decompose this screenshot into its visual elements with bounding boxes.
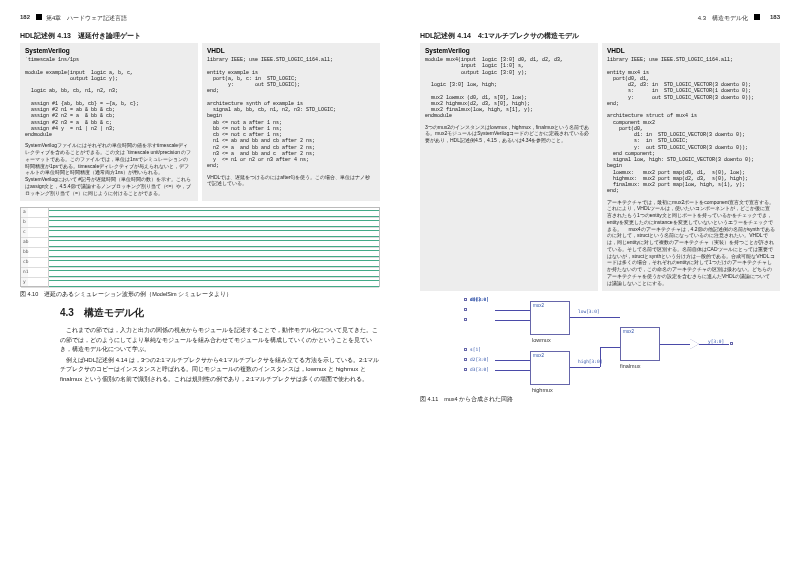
wave-signal-trace [49, 258, 379, 267]
body-paragraph-2: 例えばHDL記述例 4.14 は，3つの2:1マルチプレクサから4:1マルチプレ… [60, 356, 380, 384]
page-number: 183 [770, 14, 780, 23]
lowmux-block: mux2 [530, 301, 570, 335]
wave-signal-trace [49, 228, 379, 237]
wave-row: cb [21, 258, 379, 268]
vhdl-note-414: アーキテクチャでは，最初にmux2ポートをcomponent宣言文で宣言する。こ… [607, 199, 775, 287]
vhdl-box-414: VHDL library IEEE; use IEEE.STD_LOGIC_11… [602, 43, 780, 291]
highmux-block: mux2 [530, 351, 570, 385]
figure-4-11-caption: 図 4.11 mux4 から合成された回路 [420, 396, 780, 403]
section-4-3-heading: 4.3 構造モデル化 [60, 306, 380, 320]
wave-signal-label: a [21, 208, 49, 217]
wave-signal-label: c [21, 228, 49, 237]
square-divider [754, 14, 760, 20]
port-d1: d1[3:0] [470, 297, 489, 302]
sv-heading: SystemVerilog [25, 47, 193, 54]
wave-signal-label: n1 [21, 268, 49, 277]
block-diagram-mux4: mux2 lowmux mux2 highmux mux2 finalmux s… [440, 297, 780, 392]
waveform-figure: abcabbbcbn1y [20, 207, 380, 287]
body-paragraph-1: これまでの節では，入力と出力の関係の視点からモジュールを記述することで，動作モデ… [60, 326, 380, 354]
wire [495, 360, 530, 361]
wave-signal-label: cb [21, 258, 49, 267]
chapter-title: 第4章 ハードウェア記述言語 [46, 14, 127, 23]
pin-icon [464, 368, 467, 371]
mux2-label: mux2 [533, 303, 544, 308]
wave-row: a [21, 208, 379, 218]
pin-icon [464, 308, 467, 311]
port-s1: s[1] [470, 347, 481, 352]
code-grid-4-13: SystemVerilog `timescale 1ns/1ps module … [20, 43, 380, 201]
systemverilog-box-414: SystemVerilog module mux4(input logic [3… [420, 43, 598, 291]
example-4-13-title: HDL記述例 4.13 遅延付き論理ゲート [20, 31, 380, 41]
wire [495, 370, 530, 371]
section-title: 4.3 構造モデル化 [698, 14, 748, 23]
mux2-label: mux2 [623, 329, 634, 334]
finalmux-block: mux2 [620, 327, 660, 361]
code-grid-4-14: SystemVerilog module mux4(input logic [3… [420, 43, 780, 291]
wire [570, 367, 600, 368]
vhdl-heading: VHDL [607, 47, 775, 54]
sv-heading: SystemVerilog [425, 47, 593, 54]
port-high: high[3:0] [578, 359, 602, 364]
wave-signal-label: b [21, 218, 49, 227]
wave-row: c [21, 228, 379, 238]
port-d2: d2[3:0] [470, 357, 489, 362]
port-low: low[3:0] [578, 309, 600, 314]
wire [600, 347, 601, 367]
wave-signal-trace [49, 208, 379, 217]
sv-code-413: `timescale 1ns/1ps module example(input … [25, 57, 193, 138]
wire [660, 344, 690, 345]
systemverilog-box-413: SystemVerilog `timescale 1ns/1ps module … [20, 43, 198, 201]
sv-note-414: 3つのmux2のインスタンスはlowmux，highmux，finalmuxとい… [425, 124, 593, 144]
wave-row: ab [21, 238, 379, 248]
wire [570, 317, 620, 318]
wave-signal-label: ab [21, 238, 49, 247]
wave-signal-trace [49, 218, 379, 227]
running-head-left: 182 第4章 ハードウェア記述言語 [20, 14, 380, 23]
page-number: 182 [20, 14, 30, 23]
vhdl-code-414: library IEEE; use IEEE.STD_LOGIC_1164.al… [607, 57, 775, 195]
wave-signal-trace [49, 238, 379, 247]
sv-code-414: module mux4(input logic [3:0] d0, d1, d2… [425, 57, 593, 120]
square-divider [36, 14, 42, 20]
sv-note-413: SystemVerilogファイルにはそれぞれの単位時間の値を示すtimesca… [25, 142, 193, 196]
wire [495, 320, 530, 321]
lowmux-name: lowmux [532, 337, 551, 343]
vhdl-heading: VHDL [207, 47, 375, 54]
pin-icon [464, 358, 467, 361]
finalmux-name: finalmux [620, 363, 640, 369]
pin-icon [730, 342, 733, 345]
wire [699, 344, 729, 345]
mux2-label: mux2 [533, 353, 544, 358]
pin-icon [464, 318, 467, 321]
buffer-icon [690, 339, 699, 349]
highmux-name: highmux [532, 387, 553, 393]
vhdl-box-413: VHDL library IEEE; use IEEE.STD_LOGIC_11… [202, 43, 380, 201]
port-d3: d3[3:0] [470, 367, 489, 372]
wave-row: b [21, 218, 379, 228]
wave-row: bb [21, 248, 379, 258]
wave-signal-trace [49, 278, 379, 287]
vhdl-note-413: VHDLでは、遅延をつけるのにはafter句を使う。この場合、単位はナノ秒で記述… [207, 174, 375, 188]
wave-row: y [21, 278, 379, 288]
wave-row: n1 [21, 268, 379, 278]
wire [600, 347, 620, 348]
wave-signal-label: y [21, 278, 49, 287]
figure-4-10-caption: 図 4.10 遅延のあるシミュレーション波形の例（ModelSim シミュレータ… [20, 291, 380, 298]
pin-icon [464, 298, 467, 301]
wire [495, 310, 530, 311]
wave-signal-label: bb [21, 248, 49, 257]
page-left: 182 第4章 ハードウェア記述言語 HDL記述例 4.13 遅延付き論理ゲート… [0, 0, 400, 564]
example-4-14-title: HDL記述例 4.14 4:1マルチプレクサの構造モデル [420, 31, 780, 41]
running-head-right: 4.3 構造モデル化 183 [420, 14, 780, 23]
wave-signal-trace [49, 268, 379, 277]
pin-icon [464, 348, 467, 351]
page-right: 4.3 構造モデル化 183 HDL記述例 4.14 4:1マルチプレクサの構造… [400, 0, 800, 564]
wave-signal-trace [49, 248, 379, 257]
vhdl-code-413: library IEEE; use IEEE.STD_LOGIC_1164.al… [207, 57, 375, 170]
